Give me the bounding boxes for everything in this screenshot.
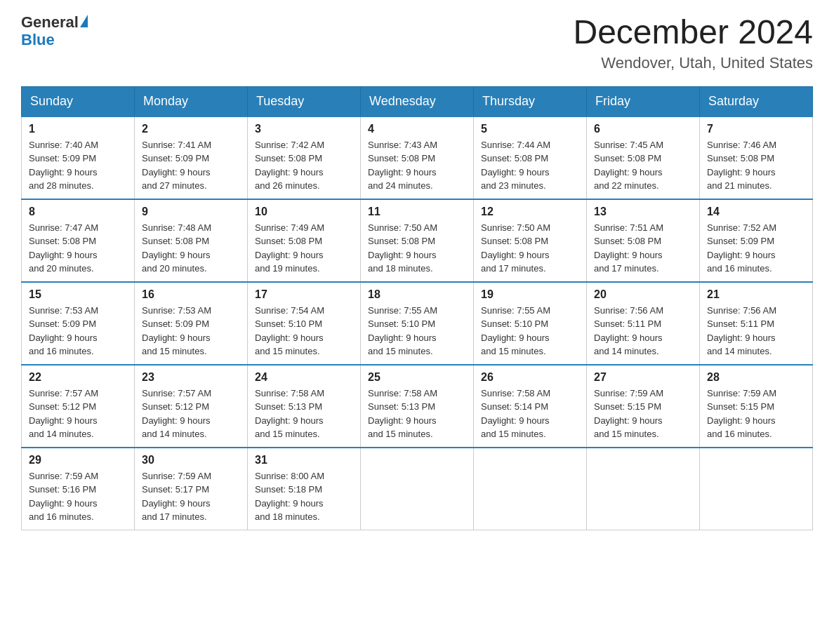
calendar-table: Sunday Monday Tuesday Wednesday Thursday… [21,86,813,530]
calendar-week-1: 1Sunrise: 7:40 AMSunset: 5:09 PMDaylight… [22,116,813,199]
day-info: Sunrise: 7:57 AMSunset: 5:12 PMDaylight:… [29,387,127,441]
day-number: 17 [255,288,353,301]
day-info: Sunrise: 7:56 AMSunset: 5:11 PMDaylight:… [594,304,692,358]
day-info: Sunrise: 7:50 AMSunset: 5:08 PMDaylight:… [481,221,579,276]
day-info: Sunrise: 7:59 AMSunset: 5:16 PMDaylight:… [29,469,127,524]
col-monday: Monday [135,86,248,116]
day-info: Sunrise: 7:46 AMSunset: 5:08 PMDaylight:… [707,138,805,193]
day-info: Sunrise: 7:55 AMSunset: 5:10 PMDaylight:… [368,304,466,358]
day-info: Sunrise: 8:00 AMSunset: 5:18 PMDaylight:… [255,469,353,524]
day-info: Sunrise: 7:50 AMSunset: 5:08 PMDaylight:… [368,221,466,276]
table-row: 26Sunrise: 7:58 AMSunset: 5:14 PMDayligh… [474,365,587,448]
day-info: Sunrise: 7:44 AMSunset: 5:08 PMDaylight:… [481,138,579,193]
table-row: 12Sunrise: 7:50 AMSunset: 5:08 PMDayligh… [474,199,587,282]
table-row [361,448,474,530]
day-number: 19 [481,288,579,301]
day-info: Sunrise: 7:53 AMSunset: 5:09 PMDaylight:… [29,304,127,358]
table-row: 31Sunrise: 8:00 AMSunset: 5:18 PMDayligh… [248,448,361,530]
logo-triangle-icon [80,15,88,27]
logo: General Blue [21,14,88,49]
day-info: Sunrise: 7:45 AMSunset: 5:08 PMDaylight:… [594,138,692,193]
table-row: 29Sunrise: 7:59 AMSunset: 5:16 PMDayligh… [22,448,135,530]
day-number: 21 [707,288,805,301]
logo-text-blue: Blue [21,31,88,49]
day-number: 15 [29,288,127,301]
day-number: 13 [594,206,692,218]
table-row: 7Sunrise: 7:46 AMSunset: 5:08 PMDaylight… [700,116,813,199]
day-info: Sunrise: 7:55 AMSunset: 5:10 PMDaylight:… [481,304,579,358]
day-number: 3 [255,123,353,135]
table-row: 23Sunrise: 7:57 AMSunset: 5:12 PMDayligh… [135,365,248,448]
day-number: 27 [594,371,692,384]
day-info: Sunrise: 7:47 AMSunset: 5:08 PMDaylight:… [29,221,127,276]
calendar-week-2: 8Sunrise: 7:47 AMSunset: 5:08 PMDaylight… [22,199,813,282]
table-row: 21Sunrise: 7:56 AMSunset: 5:11 PMDayligh… [700,282,813,365]
day-info: Sunrise: 7:59 AMSunset: 5:15 PMDaylight:… [707,387,805,441]
day-info: Sunrise: 7:58 AMSunset: 5:14 PMDaylight:… [481,387,579,441]
table-row: 13Sunrise: 7:51 AMSunset: 5:08 PMDayligh… [587,199,700,282]
day-number: 24 [255,371,353,384]
day-number: 6 [594,123,692,135]
table-row: 30Sunrise: 7:59 AMSunset: 5:17 PMDayligh… [135,448,248,530]
day-number: 16 [142,288,240,301]
col-saturday: Saturday [700,86,813,116]
table-row: 14Sunrise: 7:52 AMSunset: 5:09 PMDayligh… [700,199,813,282]
day-number: 26 [481,371,579,384]
day-number: 8 [29,206,127,218]
day-number: 4 [368,123,466,135]
month-year-title: December 2024 [573,14,813,51]
day-info: Sunrise: 7:54 AMSunset: 5:10 PMDaylight:… [255,304,353,358]
table-row: 22Sunrise: 7:57 AMSunset: 5:12 PMDayligh… [22,365,135,448]
table-row: 19Sunrise: 7:55 AMSunset: 5:10 PMDayligh… [474,282,587,365]
table-row: 18Sunrise: 7:55 AMSunset: 5:10 PMDayligh… [361,282,474,365]
table-row [474,448,587,530]
day-info: Sunrise: 7:49 AMSunset: 5:08 PMDaylight:… [255,221,353,276]
day-number: 10 [255,206,353,218]
table-row: 8Sunrise: 7:47 AMSunset: 5:08 PMDaylight… [22,199,135,282]
day-info: Sunrise: 7:48 AMSunset: 5:08 PMDaylight:… [142,221,240,276]
calendar-week-4: 22Sunrise: 7:57 AMSunset: 5:12 PMDayligh… [22,365,813,448]
day-info: Sunrise: 7:56 AMSunset: 5:11 PMDaylight:… [707,304,805,358]
table-row: 3Sunrise: 7:42 AMSunset: 5:08 PMDaylight… [248,116,361,199]
day-info: Sunrise: 7:59 AMSunset: 5:17 PMDaylight:… [142,469,240,524]
calendar-week-5: 29Sunrise: 7:59 AMSunset: 5:16 PMDayligh… [22,448,813,530]
location-subtitle: Wendover, Utah, United States [573,54,813,72]
day-info: Sunrise: 7:57 AMSunset: 5:12 PMDaylight:… [142,387,240,441]
table-row: 1Sunrise: 7:40 AMSunset: 5:09 PMDaylight… [22,116,135,199]
day-number: 22 [29,371,127,384]
table-row: 10Sunrise: 7:49 AMSunset: 5:08 PMDayligh… [248,199,361,282]
day-info: Sunrise: 7:52 AMSunset: 5:09 PMDaylight:… [707,221,805,276]
day-number: 14 [707,206,805,218]
calendar-header-row: Sunday Monday Tuesday Wednesday Thursday… [22,86,813,116]
table-row: 16Sunrise: 7:53 AMSunset: 5:09 PMDayligh… [135,282,248,365]
col-tuesday: Tuesday [248,86,361,116]
day-number: 23 [142,371,240,384]
table-row: 5Sunrise: 7:44 AMSunset: 5:08 PMDaylight… [474,116,587,199]
day-number: 7 [707,123,805,135]
page-header: General Blue December 2024 Wendover, Uta… [21,14,813,72]
logo-text-general: General [21,14,79,31]
col-sunday: Sunday [22,86,135,116]
calendar-week-3: 15Sunrise: 7:53 AMSunset: 5:09 PMDayligh… [22,282,813,365]
day-number: 18 [368,288,466,301]
day-number: 28 [707,371,805,384]
day-number: 29 [29,454,127,467]
day-info: Sunrise: 7:40 AMSunset: 5:09 PMDaylight:… [29,138,127,193]
day-number: 20 [594,288,692,301]
table-row: 27Sunrise: 7:59 AMSunset: 5:15 PMDayligh… [587,365,700,448]
table-row: 17Sunrise: 7:54 AMSunset: 5:10 PMDayligh… [248,282,361,365]
table-row [587,448,700,530]
table-row: 6Sunrise: 7:45 AMSunset: 5:08 PMDaylight… [587,116,700,199]
day-info: Sunrise: 7:59 AMSunset: 5:15 PMDaylight:… [594,387,692,441]
day-number: 12 [481,206,579,218]
day-number: 2 [142,123,240,135]
day-number: 11 [368,206,466,218]
title-area: December 2024 Wendover, Utah, United Sta… [573,14,813,72]
day-info: Sunrise: 7:41 AMSunset: 5:09 PMDaylight:… [142,138,240,193]
day-info: Sunrise: 7:53 AMSunset: 5:09 PMDaylight:… [142,304,240,358]
day-number: 1 [29,123,127,135]
table-row: 9Sunrise: 7:48 AMSunset: 5:08 PMDaylight… [135,199,248,282]
day-info: Sunrise: 7:58 AMSunset: 5:13 PMDaylight:… [255,387,353,441]
table-row [700,448,813,530]
day-number: 5 [481,123,579,135]
